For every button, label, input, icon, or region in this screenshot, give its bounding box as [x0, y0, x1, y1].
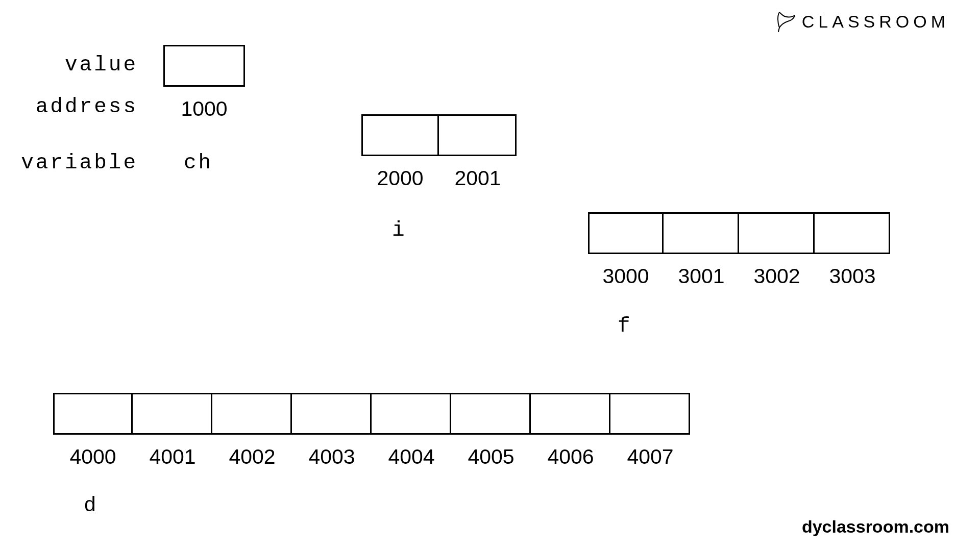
var-d-cells — [53, 393, 690, 435]
address-value: 3002 — [739, 264, 815, 288]
memory-cell — [212, 393, 292, 435]
address-value: 3000 — [588, 264, 664, 288]
var-ch-addresses: 1000 — [163, 97, 245, 121]
address-value: 4004 — [372, 445, 451, 469]
logo-icon — [776, 10, 797, 33]
memory-cell — [815, 212, 890, 254]
memory-cell — [361, 114, 439, 156]
address-value: 4006 — [531, 445, 610, 469]
memory-cell — [664, 212, 739, 254]
address-value: 1000 — [163, 97, 245, 121]
address-value: 2000 — [361, 166, 439, 190]
var-ch-name: ch — [184, 151, 213, 174]
var-d-addresses: 4000 4001 4002 4003 4004 4005 4006 4007 — [53, 445, 690, 469]
memory-cell — [588, 212, 664, 254]
memory-cell — [439, 114, 517, 156]
address-value: 4001 — [133, 445, 212, 469]
row-label-address: address — [36, 95, 138, 118]
memory-cell — [53, 393, 133, 435]
var-f-cells — [588, 212, 890, 254]
memory-cell — [163, 45, 245, 87]
address-value: 2001 — [439, 166, 517, 190]
memory-cell — [133, 393, 212, 435]
footer-url: dyclassroom.com — [802, 517, 949, 537]
var-f-name: f — [618, 314, 632, 338]
var-i-addresses: 2000 2001 — [361, 166, 517, 190]
var-d-name: d — [84, 494, 99, 517]
var-i-name: i — [392, 218, 407, 242]
memory-cell — [292, 393, 372, 435]
memory-cell — [451, 393, 531, 435]
address-value: 3003 — [815, 264, 890, 288]
row-label-value: value — [65, 53, 138, 77]
var-i-cells — [361, 114, 517, 156]
memory-cell — [739, 212, 815, 254]
var-i — [361, 114, 517, 156]
address-value: 3001 — [664, 264, 739, 288]
address-value: 4003 — [292, 445, 372, 469]
logo-text: CLASSROOM — [802, 12, 949, 32]
row-label-variable: variable — [21, 151, 138, 174]
var-d — [53, 393, 690, 435]
var-f-addresses: 3000 3001 3002 3003 — [588, 264, 890, 288]
var-f — [588, 212, 890, 254]
address-value: 4007 — [610, 445, 690, 469]
var-ch — [163, 45, 245, 87]
address-value: 4000 — [53, 445, 133, 469]
memory-cell — [610, 393, 690, 435]
memory-cell — [531, 393, 610, 435]
address-value: 4002 — [212, 445, 292, 469]
address-value: 4005 — [451, 445, 531, 469]
logo: CLASSROOM — [776, 10, 949, 33]
var-ch-cells — [163, 45, 245, 87]
memory-cell — [372, 393, 451, 435]
